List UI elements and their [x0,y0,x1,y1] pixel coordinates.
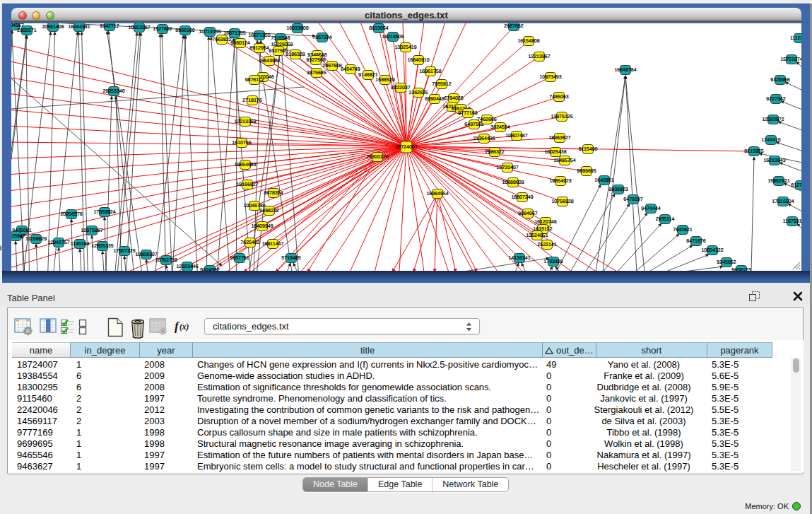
svg-text:(x): (x) [180,322,189,332]
svg-text:f: f [175,320,180,333]
